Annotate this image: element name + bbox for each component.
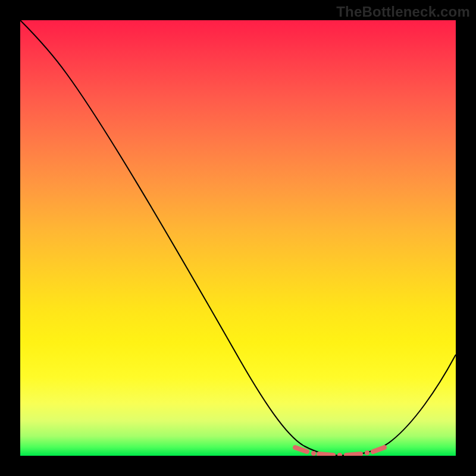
dash-dot (337, 453, 342, 456)
curve-path (20, 20, 456, 455)
dash-seg (295, 447, 307, 452)
chart-svg (20, 20, 456, 456)
dash-dot (311, 451, 316, 456)
dash-seg (373, 447, 384, 452)
dash-dot (365, 450, 369, 455)
plot-area (20, 20, 456, 456)
dash-seg (346, 454, 361, 455)
dash-seg (319, 454, 333, 455)
watermark: TheBottleneck.com (336, 4, 470, 20)
